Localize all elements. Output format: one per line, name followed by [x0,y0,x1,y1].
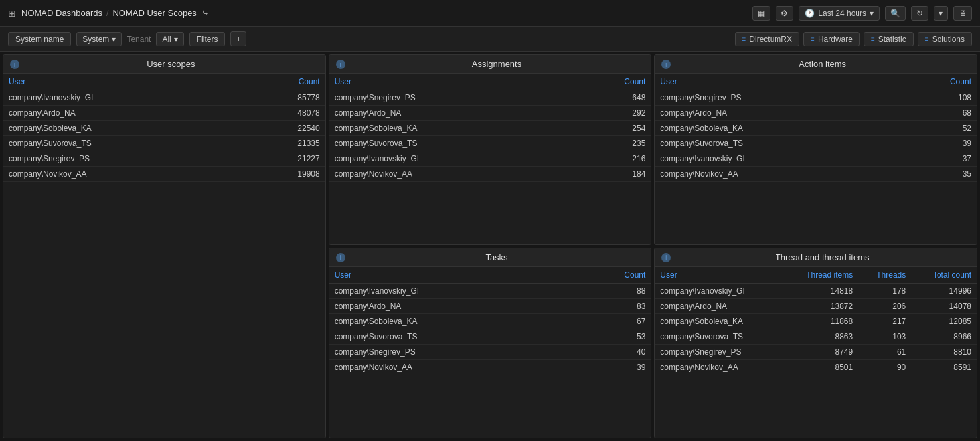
tab-hardware[interactable]: ≡ Hardware [803,32,860,46]
info-icon: i [10,60,19,69]
all-dropdown[interactable]: All ▾ [156,32,183,46]
table-cell: 19908 [243,167,325,182]
panel-action-items-header: i Action items [655,55,977,74]
col-count-header: Count [243,74,325,90]
info-icon: i [336,253,345,262]
breadcrumb-separator: / [106,9,108,18]
table-row: company\Suvorova_TS235 [329,136,651,151]
table-cell: company\Suvorova_TS [3,136,243,151]
bar-chart-icon: ▦ [758,9,765,18]
table-cell: company\Suvorova_TS [655,136,896,151]
table-cell: company\Ardo_NA [655,106,896,121]
table-cell: company\Suvorova_TS [329,136,570,151]
share-icon[interactable]: ⤷ [202,8,209,18]
table-cell: company\Suvorova_TS [655,329,781,345]
table-cell: 8501 [782,360,858,375]
user-scopes-table: User Count company\Ivanovskiy_GI85778com… [3,74,325,182]
table-cell: company\Ivanovskiy_GI [329,284,570,299]
system-name-button[interactable]: System name [8,32,71,46]
table-row: company\Soboleva_KA67 [329,314,651,329]
table-cell: 83 [570,299,651,314]
panel-action-items-title: Action items [675,59,970,69]
table-row: company\Ardo_NA83 [329,299,651,314]
table-cell: company\Novikov_AA [3,167,243,182]
more-options-button[interactable]: ▾ [934,6,948,21]
tab-statistic[interactable]: ≡ Statistic [864,32,914,46]
table-row: company\Ardo_NA1387220614078 [655,299,977,314]
table-cell: 14818 [782,284,858,299]
panel-tasks-title: Tasks [349,252,645,262]
tab-statistic-label: Statistic [878,35,906,44]
table-row: company\Soboleva_KA254 [329,121,651,136]
table-row: company\Snegirev_PS21227 [3,151,325,167]
table-cell: 39 [570,360,651,375]
col-total-count-header: Total count [911,267,977,284]
table-row: company\Soboleva_KA22540 [3,121,325,136]
table-cell: 68 [896,106,977,121]
table-cell: 206 [858,299,911,314]
tenant-label: Tenant [127,35,151,44]
refresh-button[interactable]: ↻ [911,6,928,21]
table-cell: 108 [896,90,977,106]
bar-chart-button[interactable]: ▦ [752,6,770,21]
tab-solutions[interactable]: ≡ Solutions [918,32,972,46]
main-content: i User scopes User Count company\Ivanovs… [0,52,980,441]
table-row: company\Ivanovskiy_GI88 [329,284,651,299]
tab-directumrx[interactable]: ≡ DirectumRX [735,32,800,46]
clock-icon: 🕐 [805,9,815,18]
chevron-icon: ▾ [112,35,116,44]
top-bar-actions: ▦ ⚙ 🕐 Last 24 hours ▾ 🔍 ↻ ▾ 🖥 [752,6,972,21]
table-cell: 648 [570,90,651,106]
table-cell: company\Suvorova_TS [329,329,570,345]
system-label: System [82,35,109,44]
table-cell: 178 [858,284,911,299]
panel-action-items-body: User Count company\Snegirev_PS108company… [655,74,977,244]
table-row: company\Snegirev_PS40 [329,345,651,360]
zoom-out-button[interactable]: 🔍 [885,6,906,21]
tab-hardware-label: Hardware [818,35,853,44]
panel-thread-items-title: Thread and thread items [675,252,970,262]
table-row: company\Ivanovskiy_GI37 [655,151,977,167]
table-cell: 8749 [782,345,858,360]
plus-icon: + [236,34,241,44]
table-cell: 40 [570,345,651,360]
panel-assignments-body: User Count company\Snegirev_PS648company… [329,74,651,244]
col-user-header: User [329,74,570,90]
col-count-header: Count [896,74,977,90]
table-cell: company\Ardo_NA [3,106,243,121]
tab-buttons: ≡ DirectumRX ≡ Hardware ≡ Statistic ≡ So… [735,32,972,46]
panel-user-scopes: i User scopes User Count company\Ivanovs… [3,54,326,438]
table-cell: 292 [570,106,651,121]
table-cell: 12085 [911,314,977,329]
monitor-button[interactable]: 🖥 [953,6,972,21]
filters-label: Filters [197,35,218,44]
panel-user-scopes-title: User scopes [23,59,319,69]
table-cell: company\Novikov_AA [655,360,781,375]
table-row: company\Ivanovskiy_GI85778 [3,90,325,106]
time-range-selector[interactable]: 🕐 Last 24 hours ▾ [799,6,880,21]
table-row: company\Suvorova_TS88631038966 [655,329,977,345]
add-button[interactable]: + [230,31,246,46]
panel-assignments: i Assignments User Count company\Snegire… [329,54,652,245]
table-cell: company\Ardo_NA [329,106,570,121]
table-row: company\Snegirev_PS108 [655,90,977,106]
table-row: company\Novikov_AA39 [329,360,651,375]
table-row: company\Ardo_NA292 [329,106,651,121]
table-cell: company\Snegirev_PS [655,90,896,106]
table-row: company\Ivanovskiy_GI216 [329,151,651,167]
table-cell: company\Soboleva_KA [655,314,781,329]
refresh-icon: ↻ [916,9,923,18]
col-user-header: User [655,74,896,90]
filters-button[interactable]: Filters [189,32,226,46]
table-row: company\Soboleva_KA52 [655,121,977,136]
info-icon: i [336,60,345,69]
table-cell: 216 [570,151,651,167]
table-cell: 85778 [243,90,325,106]
col-count-header: Count [570,74,651,90]
tab-directumrx-label: DirectumRX [749,35,792,44]
system-name-label: System name [15,35,64,44]
settings-button[interactable]: ⚙ [776,6,793,21]
table-cell: company\Snegirev_PS [655,345,781,360]
table-row: company\Suvorova_TS53 [329,329,651,345]
system-dropdown[interactable]: System ▾ [76,32,122,46]
